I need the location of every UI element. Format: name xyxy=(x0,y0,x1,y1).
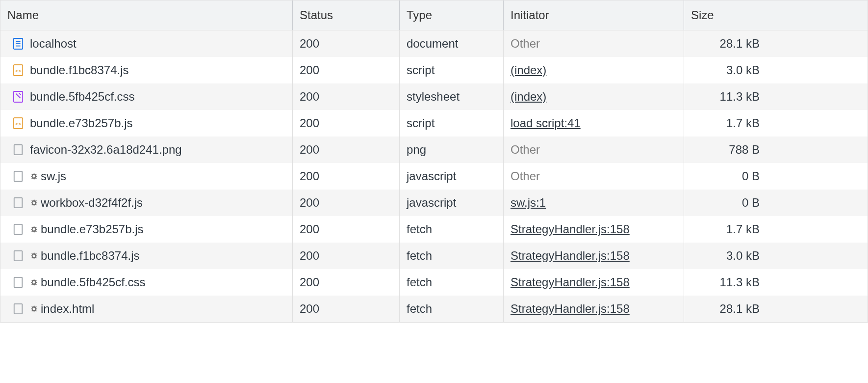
network-request-table: Name Status Type Initiator Size localhos… xyxy=(0,0,868,323)
initiator-link[interactable]: StrategyHandler.js:158 xyxy=(511,302,630,316)
cell-name[interactable]: sw.js xyxy=(0,163,293,190)
cell-initiator[interactable]: StrategyHandler.js:158 xyxy=(504,216,684,243)
initiator-link[interactable]: StrategyHandler.js:158 xyxy=(511,275,630,289)
request-name: localhost xyxy=(30,37,77,51)
cell-status: 200 xyxy=(293,110,400,137)
table-row[interactable]: index.html200fetchStrategyHandler.js:158… xyxy=(0,296,868,322)
cell-initiator[interactable]: (index) xyxy=(504,57,684,83)
initiator-link[interactable]: (index) xyxy=(511,90,546,104)
cell-size: 28.1 kB xyxy=(684,30,766,57)
cell-size: 11.3 kB xyxy=(684,83,766,110)
request-name-text: bundle.e73b257b.js xyxy=(41,222,144,236)
cell-size: 3.0 kB xyxy=(684,243,766,269)
table-row[interactable]: favicon-32x32.6a18d241.png200pngOther788… xyxy=(0,137,868,163)
cell-type: javascript xyxy=(400,163,504,190)
cell-initiator[interactable]: StrategyHandler.js:158 xyxy=(504,269,684,296)
cell-name[interactable]: index.html xyxy=(0,296,293,322)
gear-icon xyxy=(30,252,38,260)
cell-status: 200 xyxy=(293,190,400,216)
initiator-link[interactable]: sw.js:1 xyxy=(511,196,546,210)
cell-initiator[interactable]: StrategyHandler.js:158 xyxy=(504,296,684,322)
cell-type: stylesheet xyxy=(400,83,504,110)
cell-initiator: Other xyxy=(504,163,684,190)
file-icon xyxy=(12,302,24,316)
cell-name[interactable]: bundle.5fb425cf.css xyxy=(0,83,293,110)
request-name-text: bundle.5fb425cf.css xyxy=(30,90,134,103)
request-name-text: index.html xyxy=(41,302,94,315)
cell-status: 200 xyxy=(293,30,400,57)
column-header-status[interactable]: Status xyxy=(293,0,400,30)
cell-size: 3.0 kB xyxy=(684,57,766,83)
gear-icon xyxy=(30,305,38,313)
table-row[interactable]: localhost200documentOther28.1 kB xyxy=(0,30,868,57)
cell-name[interactable]: bundle.f1bc8374.js xyxy=(0,243,293,269)
request-name: index.html xyxy=(30,302,94,316)
request-name-text: bundle.f1bc8374.js xyxy=(41,249,140,262)
script-icon xyxy=(12,116,24,130)
cell-name[interactable]: favicon-32x32.6a18d241.png xyxy=(0,137,293,163)
cell-type: javascript xyxy=(400,190,504,216)
initiator-link[interactable]: (index) xyxy=(511,63,546,77)
table-header-row: Name Status Type Initiator Size xyxy=(0,0,868,30)
request-name-text: bundle.e73b257b.js xyxy=(30,116,133,130)
document-icon xyxy=(12,37,24,51)
cell-status: 200 xyxy=(293,83,400,110)
cell-type: fetch xyxy=(400,216,504,243)
cell-status: 200 xyxy=(293,137,400,163)
column-header-name[interactable]: Name xyxy=(0,0,293,30)
request-name-text: sw.js xyxy=(41,169,66,183)
initiator-text: Other xyxy=(511,37,540,51)
cell-initiator[interactable]: (index) xyxy=(504,83,684,110)
cell-size: 0 B xyxy=(684,190,766,216)
cell-size: 1.7 kB xyxy=(684,110,766,137)
table-row[interactable]: bundle.e73b257b.js200fetchStrategyHandle… xyxy=(0,216,868,243)
initiator-link[interactable]: StrategyHandler.js:158 xyxy=(511,222,630,236)
table-row[interactable]: workbox-d32f4f2f.js200javascriptsw.js:10… xyxy=(0,190,868,216)
request-name: bundle.e73b257b.js xyxy=(30,116,133,130)
cell-name[interactable]: bundle.e73b257b.js xyxy=(0,110,293,137)
cell-initiator[interactable]: load script:41 xyxy=(504,110,684,137)
column-header-initiator[interactable]: Initiator xyxy=(504,0,684,30)
gear-icon xyxy=(30,199,38,207)
script-icon xyxy=(12,63,24,77)
cell-name[interactable]: workbox-d32f4f2f.js xyxy=(0,190,293,216)
gear-icon xyxy=(30,225,38,233)
cell-type: fetch xyxy=(400,296,504,322)
request-name: bundle.f1bc8374.js xyxy=(30,249,140,263)
initiator-link[interactable]: load script:41 xyxy=(511,116,581,130)
cell-name[interactable]: localhost xyxy=(0,30,293,57)
table-row[interactable]: bundle.f1bc8374.js200fetchStrategyHandle… xyxy=(0,243,868,269)
table-row[interactable]: sw.js200javascriptOther0 B xyxy=(0,163,868,190)
cell-type: script xyxy=(400,57,504,83)
request-name: favicon-32x32.6a18d241.png xyxy=(30,143,182,157)
table-row[interactable]: bundle.5fb425cf.css200stylesheet(index)1… xyxy=(0,83,868,110)
cell-status: 200 xyxy=(293,243,400,269)
gear-icon xyxy=(30,172,38,180)
request-name-text: bundle.5fb425cf.css xyxy=(41,275,145,289)
request-name: bundle.f1bc8374.js xyxy=(30,63,129,77)
table-row[interactable]: bundle.5fb425cf.css200fetchStrategyHandl… xyxy=(0,269,868,296)
cell-initiator[interactable]: sw.js:1 xyxy=(504,190,684,216)
cell-status: 200 xyxy=(293,216,400,243)
request-name: workbox-d32f4f2f.js xyxy=(30,196,143,210)
table-row[interactable]: bundle.f1bc8374.js200script(index)3.0 kB xyxy=(0,57,868,83)
request-name: bundle.5fb425cf.css xyxy=(30,275,145,289)
cell-type: script xyxy=(400,110,504,137)
cell-size: 788 B xyxy=(684,137,766,163)
cell-name[interactable]: bundle.f1bc8374.js xyxy=(0,57,293,83)
table-row[interactable]: bundle.e73b257b.js200scriptload script:4… xyxy=(0,110,868,137)
cell-size: 0 B xyxy=(684,163,766,190)
cell-initiator[interactable]: StrategyHandler.js:158 xyxy=(504,243,684,269)
column-header-size[interactable]: Size xyxy=(684,0,766,30)
initiator-link[interactable]: StrategyHandler.js:158 xyxy=(511,249,630,263)
cell-name[interactable]: bundle.e73b257b.js xyxy=(0,216,293,243)
initiator-text: Other xyxy=(511,169,540,183)
cell-name[interactable]: bundle.5fb425cf.css xyxy=(0,269,293,296)
cell-status: 200 xyxy=(293,269,400,296)
cell-size: 11.3 kB xyxy=(684,269,766,296)
cell-type: png xyxy=(400,137,504,163)
request-name: sw.js xyxy=(30,169,66,183)
column-header-type[interactable]: Type xyxy=(400,0,504,30)
cell-initiator: Other xyxy=(504,30,684,57)
request-name-text: localhost xyxy=(30,37,77,50)
